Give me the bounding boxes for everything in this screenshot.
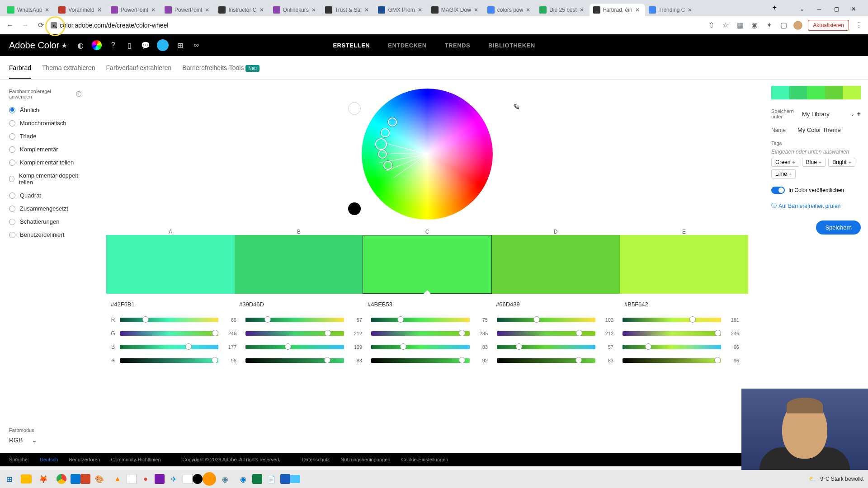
color-swatch[interactable]: [492, 235, 620, 294]
vlc-icon[interactable]: ▲: [108, 470, 127, 488]
harmony-rule-radio[interactable]: Zusammengesetzt: [9, 205, 81, 212]
profile-icon[interactable]: ▢: [779, 21, 788, 30]
sub-nav-item[interactable]: Barrierefreiheits-ToolsNeu: [182, 57, 259, 79]
mini-swatch[interactable]: [825, 86, 843, 99]
moon-icon[interactable]: ◐: [75, 40, 85, 50]
browser-tab[interactable]: colors pow✕: [484, 4, 536, 16]
main-nav-item[interactable]: ERSTELLEN: [333, 42, 370, 49]
slider-track[interactable]: [497, 318, 595, 322]
slider-track[interactable]: [120, 358, 218, 363]
sub-nav-item[interactable]: Thema extrahieren: [42, 57, 95, 79]
footer-link[interactable]: Benutzerforen: [69, 457, 100, 462]
mini-swatch[interactable]: [771, 86, 789, 99]
save-button[interactable]: Speichern: [816, 221, 861, 235]
slider-track[interactable]: [497, 345, 595, 349]
chrome-icon[interactable]: [52, 470, 71, 488]
harmony-rule-radio[interactable]: Komplementär teilen: [9, 159, 81, 166]
slider-track[interactable]: [245, 331, 344, 336]
word-icon[interactable]: [280, 474, 290, 484]
outlook-icon[interactable]: [71, 474, 80, 484]
slider-thumb[interactable]: [533, 316, 540, 323]
slider-track[interactable]: [371, 358, 470, 363]
color-wheel[interactable]: [362, 89, 493, 220]
tag-chip[interactable]: Green+: [771, 158, 799, 167]
slider-thumb[interactable]: [325, 330, 331, 336]
slider-thumb[interactable]: [715, 330, 721, 336]
hex-value[interactable]: #39D46D: [235, 301, 363, 308]
footer-legal-link[interactable]: Nutzungsbedingungen: [340, 457, 390, 462]
close-tab-icon[interactable]: ✕: [151, 7, 157, 13]
app-icon-active[interactable]: [203, 472, 216, 486]
browser-tab[interactable]: Farbrad, ein✕: [590, 4, 645, 16]
slider-track[interactable]: [245, 345, 344, 349]
edge-icon[interactable]: ◉: [234, 470, 252, 488]
slider-thumb[interactable]: [324, 357, 330, 363]
mini-swatch[interactable]: [789, 86, 807, 99]
wheel-handle[interactable]: [388, 117, 397, 127]
main-nav-item[interactable]: TRENDS: [445, 42, 470, 49]
mini-swatch[interactable]: [843, 86, 861, 99]
weather-icon[interactable]: ⛅: [809, 476, 816, 482]
library-select[interactable]: My Library: [802, 109, 848, 119]
slider-thumb[interactable]: [285, 343, 291, 350]
slider-thumb[interactable]: [185, 343, 192, 350]
slider-thumb[interactable]: [459, 357, 465, 363]
close-tab-icon[interactable]: ✕: [474, 7, 480, 13]
update-button[interactable]: Aktualisieren: [808, 20, 849, 31]
chat-icon[interactable]: 💬: [141, 40, 151, 50]
close-tab-icon[interactable]: ✕: [205, 7, 211, 13]
weather-text[interactable]: 9°C Stark bewölkt: [820, 476, 863, 482]
extensions-puzzle-icon[interactable]: ✦: [764, 21, 774, 30]
wheel-handle[interactable]: [383, 161, 392, 170]
publish-toggle[interactable]: [771, 187, 785, 194]
slider-thumb[interactable]: [212, 330, 218, 336]
minimize-button[interactable]: ─: [812, 4, 826, 14]
new-tab-button[interactable]: +: [769, 4, 780, 14]
harmony-rule-radio[interactable]: Quadrat: [9, 192, 81, 199]
browser-tab[interactable]: PowerPoint✕: [107, 4, 161, 16]
slider-track[interactable]: [371, 318, 470, 322]
close-tab-icon[interactable]: ✕: [526, 7, 532, 13]
menu-icon[interactable]: ⋮: [854, 21, 863, 30]
slider-thumb[interactable]: [400, 343, 406, 350]
slider-track[interactable]: [245, 358, 344, 363]
close-tab-icon[interactable]: ✕: [259, 7, 266, 13]
browser-tab[interactable]: Trending C✕: [645, 4, 698, 16]
browser-tab[interactable]: Voranmeld✕: [55, 4, 107, 16]
share-icon[interactable]: ⇧: [707, 21, 716, 30]
color-swatch[interactable]: [363, 235, 492, 294]
color-swatch[interactable]: [620, 235, 748, 294]
wheel-handle[interactable]: [381, 128, 390, 137]
slider-track[interactable]: [371, 331, 470, 336]
browser-tab[interactable]: WhatsApp✕: [4, 4, 55, 16]
color-swatch[interactable]: [235, 235, 363, 294]
slider-track[interactable]: [497, 358, 595, 363]
close-tab-icon[interactable]: ✕: [688, 7, 694, 13]
app-logo[interactable]: Adobe Color: [9, 40, 59, 51]
language-select[interactable]: Deutsch: [40, 457, 58, 462]
close-tab-icon[interactable]: ✕: [418, 7, 424, 13]
slider-track[interactable]: [371, 345, 470, 349]
slider-thumb[interactable]: [397, 316, 404, 323]
slider-thumb[interactable]: [576, 357, 582, 363]
slider-thumb[interactable]: [212, 357, 218, 363]
browser-tab[interactable]: Trust & Saf✕: [321, 4, 375, 16]
start-button[interactable]: ⊞: [0, 470, 18, 488]
slider-track[interactable]: [120, 345, 218, 349]
url-input[interactable]: color.adobe.com/de/create/color-wheel: [51, 22, 168, 29]
slider-thumb[interactable]: [576, 330, 582, 336]
browser-tab[interactable]: Instructor C✕: [215, 4, 269, 16]
firefox-icon[interactable]: 🦊: [34, 470, 52, 488]
slider-thumb[interactable]: [714, 357, 721, 363]
app-icon[interactable]: ◉: [216, 470, 234, 488]
reload-button[interactable]: ⟳: [35, 20, 46, 31]
extension-icon[interactable]: ▦: [736, 21, 745, 30]
onenote-icon[interactable]: [155, 474, 165, 484]
harmony-rule-radio[interactable]: Ähnlich: [9, 107, 81, 113]
slider-track[interactable]: [245, 318, 344, 322]
harmony-rule-radio[interactable]: Monochromatisch: [9, 120, 81, 127]
color-wheel-icon[interactable]: [92, 40, 102, 50]
harmony-rule-radio[interactable]: Komplementär doppelt teilen: [9, 172, 81, 186]
close-tab-icon[interactable]: ✕: [635, 7, 642, 13]
mini-swatch[interactable]: [807, 86, 825, 99]
